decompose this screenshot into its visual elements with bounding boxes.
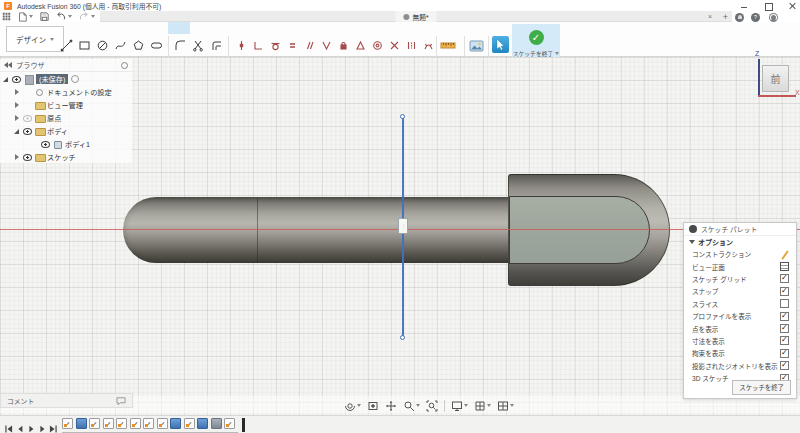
timeline-feature-icon[interactable] (62, 418, 73, 429)
polygon-icon[interactable] (130, 37, 146, 53)
visibility-eye-icon[interactable] (23, 101, 32, 108)
spline-icon[interactable] (112, 37, 128, 53)
display-settings-icon[interactable] (451, 400, 468, 412)
visibility-eye-icon[interactable] (23, 114, 32, 121)
skip-start-icon[interactable] (4, 420, 13, 433)
fix-icon[interactable] (335, 37, 351, 53)
timeline-feature-icon[interactable] (211, 418, 222, 429)
slot-icon[interactable] (148, 37, 164, 53)
timeline-feature-icon[interactable] (184, 418, 195, 429)
timeline-feature-icon[interactable] (116, 418, 127, 429)
close-tab-icon[interactable]: × (708, 11, 712, 22)
close-icon[interactable] (788, 2, 796, 10)
option-checkbox[interactable] (780, 324, 789, 333)
browser-tree-item[interactable]: 原点 (0, 111, 132, 124)
job-status-icon[interactable] (769, 13, 778, 22)
offset-icon[interactable] (208, 37, 224, 53)
app-grid-icon[interactable] (2, 12, 11, 21)
visibility-eye-icon[interactable] (23, 127, 32, 134)
ribbon-tab[interactable] (124, 22, 146, 34)
ribbon-tab[interactable] (168, 22, 190, 34)
fit-icon[interactable] (426, 400, 438, 412)
browser-settings-gear-icon[interactable] (121, 62, 128, 69)
browser-tree-item[interactable]: ビュー管理 (0, 98, 132, 111)
rectangle-icon[interactable] (76, 37, 92, 53)
timeline-feature-icon[interactable] (224, 418, 235, 429)
measure-icon[interactable] (440, 37, 456, 53)
browser-tree-item[interactable]: ボディ1 (0, 137, 132, 150)
viewports-icon[interactable] (497, 400, 514, 412)
fillet-icon[interactable] (172, 37, 188, 53)
expander-icon[interactable] (14, 89, 20, 95)
timeline-feature-icon[interactable] (143, 418, 154, 429)
option-checkbox[interactable] (780, 336, 789, 345)
visibility-eye-icon[interactable] (23, 153, 32, 160)
perpendicular-icon[interactable] (318, 37, 334, 53)
timeline-feature-icon[interactable] (130, 418, 141, 429)
circle-icon[interactable] (94, 37, 110, 53)
expander-icon[interactable] (14, 102, 20, 108)
expander-icon[interactable] (14, 115, 20, 121)
expander-icon[interactable] (32, 141, 38, 147)
visibility-eye-icon[interactable] (23, 88, 32, 95)
equal-icon[interactable] (284, 37, 300, 53)
collinear-icon[interactable] (386, 37, 402, 53)
play-icon[interactable] (27, 420, 35, 433)
select-cursor-icon[interactable] (492, 36, 509, 53)
option-checkbox[interactable] (780, 274, 789, 283)
view-cube-front-face[interactable]: 前 (762, 65, 789, 92)
timeline-feature-icon[interactable] (170, 418, 181, 429)
orbit-icon[interactable] (344, 400, 361, 412)
option-checkbox[interactable] (780, 312, 789, 321)
palette-handle-icon[interactable] (689, 225, 697, 233)
expander-icon[interactable] (14, 154, 20, 160)
tangent-icon[interactable] (267, 37, 283, 53)
timeline-feature-icon[interactable] (103, 418, 114, 429)
sketch-point-bottom[interactable] (400, 335, 405, 340)
model-cap-flat-face[interactable] (509, 196, 650, 264)
line-icon[interactable] (58, 37, 74, 53)
skip-end-icon[interactable] (49, 420, 58, 433)
browser-tree-item[interactable]: ドキュメントの設定 (0, 85, 132, 98)
document-tab[interactable]: 無題* (395, 11, 436, 22)
sketch-dimension-box[interactable]: ⋯ (398, 218, 408, 234)
model-body-cylinder[interactable] (123, 197, 515, 263)
redo-icon[interactable] (79, 12, 95, 21)
curvature-icon[interactable] (420, 37, 436, 53)
option-checkbox[interactable] (780, 262, 789, 271)
browser-tree-item[interactable]: ボディ (0, 124, 132, 137)
finish-sketch-palette-button[interactable]: スケッチを終了 (732, 380, 791, 395)
new-tab-icon[interactable]: + (723, 11, 728, 22)
visibility-eye-icon[interactable] (41, 140, 50, 147)
undo-icon[interactable] (56, 12, 72, 21)
user-avatar[interactable] (735, 13, 744, 22)
palette-options-section[interactable]: オプション (684, 236, 796, 248)
minimize-icon[interactable] (740, 2, 748, 10)
view-cube[interactable]: Z X 前 (748, 50, 800, 102)
concentric-icon[interactable] (369, 37, 385, 53)
file-icon[interactable] (18, 12, 33, 22)
step-back-icon[interactable] (16, 420, 24, 433)
comment-bar[interactable]: コメント (0, 393, 133, 408)
collapse-panel-icon[interactable] (4, 62, 12, 68)
trim-icon[interactable] (190, 37, 206, 53)
timeline-feature-icon[interactable] (157, 418, 168, 429)
option-checkbox[interactable] (780, 250, 789, 259)
look-at-icon[interactable] (367, 400, 379, 412)
parallel-icon[interactable] (301, 37, 317, 53)
step-forward-icon[interactable] (38, 420, 46, 433)
ribbon-tab[interactable] (80, 22, 102, 34)
sketch-point-top[interactable] (400, 114, 405, 119)
horizontal-vertical-icon[interactable] (250, 37, 266, 53)
timeline-feature-icon[interactable] (197, 418, 208, 429)
browser-tree-item[interactable]: スケッチ (0, 150, 132, 163)
expander-icon[interactable] (3, 76, 9, 82)
option-checkbox[interactable] (780, 361, 789, 370)
timeline-feature-icon[interactable] (89, 418, 100, 429)
grid-snap-icon[interactable] (474, 400, 491, 412)
zoom-icon[interactable] (403, 400, 420, 412)
symmetry-icon[interactable] (403, 37, 419, 53)
browser-tree-item[interactable]: (未保存) (0, 72, 132, 85)
maximize-icon[interactable] (764, 2, 772, 10)
coincident-icon[interactable] (233, 37, 249, 53)
